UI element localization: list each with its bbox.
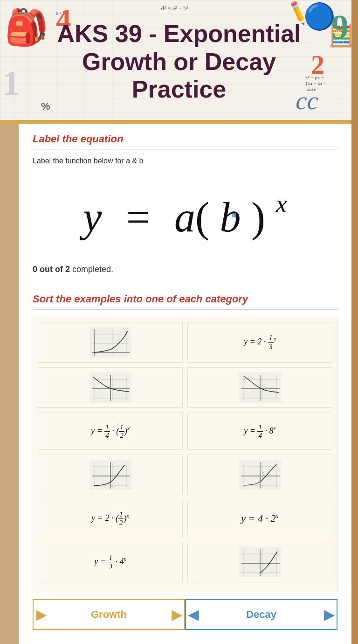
eq-a: a (174, 193, 195, 241)
section1-title: Label the equation (33, 133, 337, 145)
section2-divider (33, 309, 337, 309)
formula-5: y = 4 · 2x (241, 512, 278, 525)
decay-button[interactable]: Decay (185, 599, 337, 630)
sort-cell-7[interactable] (38, 455, 183, 495)
graph-mini-4 (90, 460, 131, 490)
sort-cell-8[interactable] (187, 455, 332, 495)
formula-6: y = 13 · 4x (94, 554, 126, 570)
sort-row-1: y = 2 · 13x (38, 322, 332, 363)
graph-mini-6 (239, 547, 281, 577)
sort-cell-3[interactable] (38, 367, 183, 408)
growth-button[interactable]: Growth (33, 599, 185, 630)
formula-2: y = 14 · (12)x (91, 423, 130, 440)
sort-cell-10[interactable]: y = 4 · 2x (187, 500, 332, 537)
eq-y: y (83, 193, 102, 241)
graph-mini-3 (239, 372, 281, 403)
deco-backpack: 🎒 (5, 7, 48, 48)
deco-formula-top: d² = a² + b² (161, 5, 188, 12)
sort-row-4 (38, 455, 332, 495)
sort-cell-5[interactable]: y = 14 · (12)x (38, 413, 183, 450)
eq-b: b (220, 194, 251, 240)
graph-mini-2 (90, 372, 131, 403)
section-label-equation: Label the equation Label the function be… (33, 133, 337, 274)
bottom-buttons: Growth Decay (33, 599, 337, 630)
section-sort: Sort the examples into one of each categ… (33, 293, 337, 630)
eq-equals: = (116, 193, 160, 241)
sort-grid: y = 2 · 13x (33, 317, 337, 592)
cork-border-right (351, 0, 358, 644)
equation-display: y = a ( b ) x (33, 175, 337, 255)
eq-x: x (275, 189, 287, 218)
page-title: AKS 39 - Exponential Growth or Decay Pra… (48, 20, 310, 104)
sort-cell-2[interactable]: y = 2 · 13x (187, 322, 332, 363)
graph-mini-1 (90, 327, 131, 357)
header-bottom-strip (0, 120, 358, 124)
section1-divider (33, 149, 337, 149)
sort-cell-1[interactable] (38, 322, 183, 363)
eq-b-dot (232, 213, 236, 217)
sort-cell-6[interactable]: y = 14 · 8x (187, 413, 332, 450)
formula-3: y = 14 · 8x (244, 423, 275, 440)
cork-border-left (0, 124, 19, 644)
deco-number9: 9 (331, 7, 349, 47)
sort-cell-4[interactable] (187, 367, 332, 408)
sort-row-6: y = 13 · 4x (38, 542, 332, 582)
sort-cell-12[interactable] (187, 542, 332, 582)
sort-row-2 (38, 367, 332, 408)
sort-row-3: y = 14 · (12)x y = 14 · 8x (38, 413, 332, 450)
header: d² = a² + b² a>1 🎒 ✏️ 🧮 🔵 4 9 2 1 % x² +… (0, 0, 358, 124)
formula-4: y = 2 · (12)x (91, 511, 129, 527)
sort-row-5: y = 2 · (12)x y = 4 · 2x (38, 500, 332, 537)
progress-text: 0 out of 2 completed. (33, 265, 337, 274)
sort-cell-9[interactable]: y = 2 · (12)x (38, 500, 183, 537)
deco-number1: 1 (2, 63, 20, 103)
section1-subtitle: Label the function below for a & b (33, 157, 337, 165)
main-content: Label the equation Label the function be… (0, 124, 351, 644)
formula-1: y = 2 · 13x (244, 334, 276, 351)
eq-b-group: ( b ) x (195, 193, 287, 241)
section2-title: Sort the examples into one of each categ… (33, 293, 337, 305)
graph-mini-5 (239, 460, 281, 490)
sort-cell-11[interactable]: y = 13 · 4x (38, 542, 183, 582)
